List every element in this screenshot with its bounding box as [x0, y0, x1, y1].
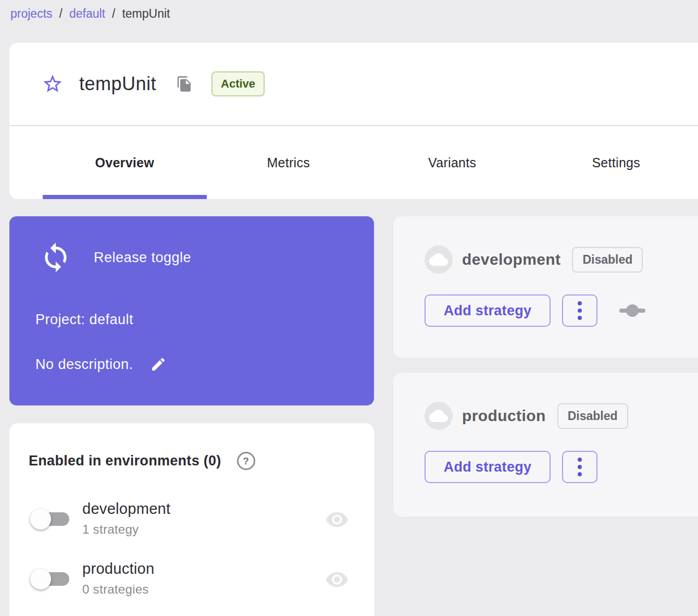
- environment-actions: Add strategy: [425, 451, 597, 483]
- status-badge: Active: [211, 71, 265, 96]
- environment-row-strategy-count: 0 strategies: [82, 582, 154, 597]
- feature-type-label: Release toggle: [94, 250, 191, 266]
- environment-status-badge: Disabled: [557, 403, 628, 429]
- feature-type-card: Release toggle Project: default No descr…: [9, 216, 374, 405]
- enabled-environments-header: Enabled in environments (0) ?: [29, 452, 255, 470]
- eye-icon[interactable]: [325, 508, 349, 532]
- star-icon: [42, 73, 64, 95]
- environment-status-badge: Disabled: [572, 247, 643, 273]
- environment-card-production: production Disabled Add strategy: [393, 373, 698, 516]
- environment-name: production: [462, 407, 546, 425]
- tab-overview-label: Overview: [95, 155, 154, 170]
- environment-row-development: development 1 strategy: [9, 500, 374, 544]
- add-strategy-button[interactable]: Add strategy: [425, 451, 551, 483]
- release-toggle-sync-icon: [40, 241, 72, 274]
- feature-tabs: Overview Metrics Variants Settings: [9, 126, 698, 199]
- environment-avatar: [425, 245, 453, 274]
- page-title: tempUnit: [79, 73, 156, 95]
- environment-card-development: development Disabled Add strategy: [393, 216, 698, 358]
- breadcrumb-link-projects[interactable]: projects: [10, 7, 53, 21]
- feature-type-header: Release toggle: [40, 241, 191, 274]
- enabled-environments-title: Enabled in environments (0): [29, 453, 221, 469]
- feature-project-label: Project: default: [35, 312, 133, 328]
- favorite-star-button[interactable]: [42, 73, 64, 95]
- tab-settings-label: Settings: [592, 155, 640, 170]
- environment-name: development: [462, 251, 560, 268]
- feature-description: No description.: [35, 356, 167, 373]
- environment-actions: Add strategy: [425, 294, 645, 327]
- pencil-icon: [150, 356, 167, 373]
- cloud-icon: [429, 406, 448, 425]
- environment-row-labels: production 0 strategies: [82, 560, 154, 597]
- environment-more-menu-button[interactable]: [562, 294, 597, 327]
- help-icon[interactable]: ?: [237, 452, 255, 470]
- environment-row-labels: development 1 strategy: [82, 500, 170, 537]
- eye-icon[interactable]: [325, 568, 349, 592]
- environment-avatar: [425, 402, 453, 430]
- feature-description-text: No description.: [35, 356, 133, 373]
- tab-settings[interactable]: Settings: [534, 126, 698, 199]
- breadcrumb-separator: /: [59, 7, 63, 21]
- environment-row-production: production 0 strategies: [9, 560, 374, 604]
- cloud-icon: [429, 250, 448, 269]
- environment-toggle-switch[interactable]: [30, 508, 79, 531]
- active-tab-indicator: [43, 195, 207, 199]
- breadcrumb-separator: /: [112, 7, 115, 21]
- tab-variants-label: Variants: [428, 155, 476, 170]
- environment-toggle-slider-icon[interactable]: [619, 303, 645, 318]
- environment-toggle-switch[interactable]: [30, 568, 79, 590]
- breadcrumb-link-default[interactable]: default: [69, 7, 105, 21]
- tab-variants[interactable]: Variants: [370, 126, 534, 199]
- edit-description-button[interactable]: [150, 356, 167, 373]
- tab-metrics-label: Metrics: [267, 155, 310, 170]
- switch-thumb: [30, 509, 51, 529]
- copy-name-button[interactable]: [176, 76, 193, 92]
- breadcrumb: projects / default / tempUnit: [10, 7, 170, 21]
- enabled-environments-card: Enabled in environments (0) ? developmen…: [9, 423, 374, 616]
- environment-header: production Disabled: [425, 402, 628, 430]
- environment-row-name: production: [82, 560, 154, 577]
- add-strategy-button[interactable]: Add strategy: [425, 294, 551, 327]
- kebab-menu-icon: [578, 458, 582, 476]
- environment-row-strategy-count: 1 strategy: [82, 522, 170, 537]
- environment-more-menu-button[interactable]: [562, 451, 597, 483]
- copy-icon: [176, 76, 193, 92]
- feature-header-card: tempUnit Active Overview Metrics Variant…: [9, 43, 698, 199]
- tab-overview[interactable]: Overview: [43, 126, 207, 199]
- kebab-menu-icon: [578, 301, 582, 320]
- switch-thumb: [30, 569, 51, 589]
- environment-row-name: development: [82, 500, 170, 518]
- environment-header: development Disabled: [425, 245, 643, 274]
- tab-metrics[interactable]: Metrics: [207, 126, 371, 199]
- breadcrumb-current-feature: tempUnit: [122, 7, 170, 21]
- feature-header: tempUnit Active: [9, 43, 698, 125]
